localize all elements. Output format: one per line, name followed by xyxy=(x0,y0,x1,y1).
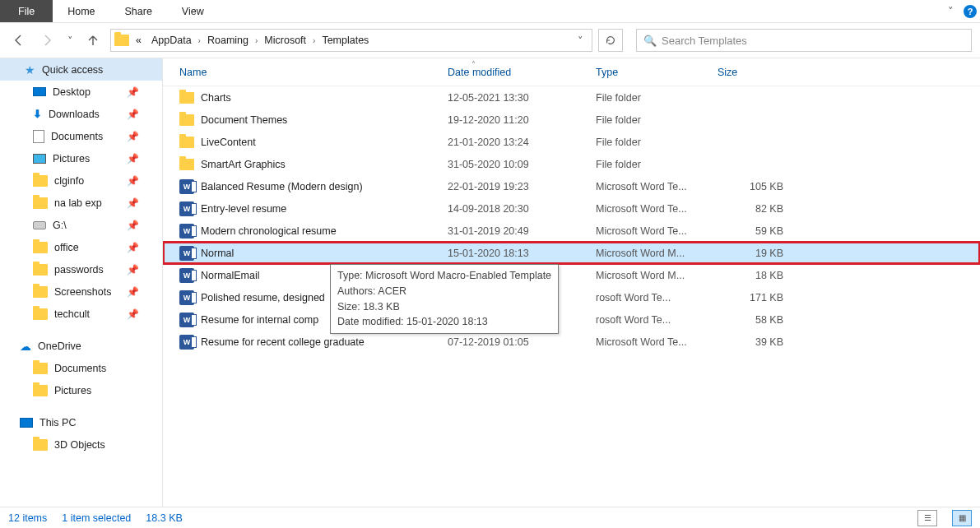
drive-icon xyxy=(33,221,46,229)
file-type: Microsoft Word Te... xyxy=(596,336,718,348)
sidebar-onedrive[interactable]: ☁ OneDrive xyxy=(0,335,162,357)
breadcrumb-microsoft[interactable]: Microsoft xyxy=(261,35,309,46)
file-size: 18 KB xyxy=(718,270,792,281)
up-button[interactable] xyxy=(82,30,104,51)
folder-icon xyxy=(33,385,48,396)
file-type: File folder xyxy=(596,92,718,104)
sidebar-item[interactable]: Documents📌 xyxy=(0,125,162,147)
file-row[interactable]: SmartArt Graphics31-05-2020 10:09File fo… xyxy=(163,153,980,175)
pin-icon[interactable]: 📌 xyxy=(127,286,139,298)
file-type: Microsoft Word M... xyxy=(596,248,718,259)
tab-view[interactable]: View xyxy=(167,0,219,22)
sidebar-item[interactable]: G:\📌 xyxy=(0,214,162,236)
sidebar-quick-access[interactable]: ★ Quick access xyxy=(0,58,162,81)
pin-icon[interactable]: 📌 xyxy=(127,131,139,142)
file-row[interactable]: LiveContent21-01-2020 13:24File folder xyxy=(163,131,980,153)
file-row[interactable]: WEntry-level resume14-09-2018 20:30Micro… xyxy=(163,197,980,220)
pin-icon[interactable]: 📌 xyxy=(127,86,139,98)
tab-home[interactable]: Home xyxy=(53,0,109,22)
back-button[interactable] xyxy=(8,30,30,51)
tooltip-line: Authors: ACER xyxy=(337,284,551,299)
recent-dropdown[interactable]: ˅ xyxy=(64,30,76,51)
file-row[interactable]: WNormal15-01-2020 18:13Microsoft Word M.… xyxy=(163,242,980,264)
sidebar[interactable]: ★ Quick access Desktop📌⬇Downloads📌Docume… xyxy=(0,58,163,507)
sidebar-item[interactable]: clginfo📌 xyxy=(0,169,162,192)
word-icon: W xyxy=(179,290,194,305)
pin-icon[interactable]: 📌 xyxy=(127,220,139,231)
folder-icon xyxy=(33,286,48,298)
file-row[interactable]: Charts12-05-2021 13:30File folder xyxy=(163,86,980,109)
sidebar-label: G:\ xyxy=(53,220,67,231)
sidebar-onedrive-documents[interactable]: Documents xyxy=(0,357,162,379)
desktop-icon xyxy=(33,87,46,96)
column-name[interactable]: Name xyxy=(179,67,448,78)
file-row[interactable]: WModern chronological resume31-01-2019 2… xyxy=(163,220,980,242)
breadcrumb-appdata[interactable]: AppData xyxy=(148,35,195,46)
file-row[interactable]: Document Themes19-12-2020 11:20File fold… xyxy=(163,109,980,131)
tab-share[interactable]: Share xyxy=(110,0,167,22)
breadcrumb-roaming[interactable]: Roaming xyxy=(204,35,252,46)
file-type: File folder xyxy=(596,159,718,170)
column-date[interactable]: Date modified xyxy=(448,67,596,78)
view-large-icons-button[interactable]: ▦ xyxy=(952,510,972,526)
sidebar-this-pc[interactable]: This PC xyxy=(0,411,162,433)
sidebar-item[interactable]: passwords📌 xyxy=(0,258,162,280)
folder-icon xyxy=(33,264,48,276)
column-type[interactable]: Type xyxy=(596,67,718,78)
file-size: 59 KB xyxy=(718,225,792,237)
file-type: Microsoft Word Te... xyxy=(596,181,718,192)
pin-icon[interactable]: 📌 xyxy=(127,264,139,276)
file-name: LiveContent xyxy=(201,137,448,148)
help-icon[interactable]: ? xyxy=(960,0,980,22)
file-row[interactable]: WResume for internal comprosoft Word Te.… xyxy=(163,308,980,331)
search-input[interactable] xyxy=(662,35,964,47)
breadcrumb-overflow[interactable]: « xyxy=(132,35,145,46)
column-size[interactable]: Size xyxy=(718,67,792,78)
sidebar-label: Documents xyxy=(54,363,106,374)
forward-button[interactable] xyxy=(36,30,58,51)
search-box[interactable]: 🔍 xyxy=(636,29,972,52)
file-row[interactable]: WNormalEmail24-10-2021 19:22Microsoft Wo… xyxy=(163,264,980,286)
sidebar-item[interactable]: Desktop📌 xyxy=(0,81,162,103)
sidebar-item[interactable]: Pictures📌 xyxy=(0,147,162,169)
view-details-button[interactable]: ☰ xyxy=(917,510,937,526)
pin-icon[interactable]: 📌 xyxy=(127,153,139,164)
chevron-right-icon: › xyxy=(313,36,315,45)
sidebar-item[interactable]: techcult📌 xyxy=(0,303,162,325)
sidebar-item[interactable]: Screenshots📌 xyxy=(0,280,162,303)
breadcrumb-templates[interactable]: Templates xyxy=(318,35,372,46)
sidebar-item[interactable]: ⬇Downloads📌 xyxy=(0,103,162,125)
tooltip-line: Size: 18.3 KB xyxy=(337,299,551,315)
ribbon-collapse-chevron[interactable]: ˅ xyxy=(941,0,960,22)
column-headers[interactable]: ˄ Name Date modified Type Size xyxy=(163,58,980,86)
breadcrumb[interactable]: « AppData › Roaming › Microsoft › Templa… xyxy=(110,29,592,52)
file-date: 21-01-2020 13:24 xyxy=(448,137,596,148)
file-type: rosoft Word Te... xyxy=(596,314,718,326)
sidebar-onedrive-pictures[interactable]: Pictures xyxy=(0,379,162,401)
file-date: 31-05-2020 10:09 xyxy=(448,159,596,170)
status-bar: 12 items 1 item selected 18.3 KB ☰ ▦ xyxy=(0,507,980,528)
folder-icon xyxy=(33,439,48,451)
sidebar-item[interactable]: office📌 xyxy=(0,236,162,258)
file-row[interactable]: WBalanced Resume (Modern design)22-01-20… xyxy=(163,175,980,197)
pictures-icon xyxy=(33,154,46,164)
file-row[interactable]: WPolished resume, designedrosoft Word Te… xyxy=(163,286,980,308)
pin-icon[interactable]: 📌 xyxy=(127,308,139,320)
pin-icon[interactable]: 📌 xyxy=(127,197,139,209)
pin-icon[interactable]: 📌 xyxy=(127,242,139,253)
file-date: 15-01-2020 18:13 xyxy=(448,248,596,259)
pin-icon[interactable]: 📌 xyxy=(127,175,139,187)
refresh-button[interactable] xyxy=(598,29,623,52)
folder-icon xyxy=(33,175,48,187)
sidebar-3d-objects[interactable]: 3D Objects xyxy=(0,433,162,456)
sidebar-label: clginfo xyxy=(54,175,84,187)
tab-file[interactable]: File xyxy=(0,0,53,22)
file-type: Microsoft Word M... xyxy=(596,270,718,281)
file-row[interactable]: WResume for recent college graduate07-12… xyxy=(163,331,980,353)
pin-icon[interactable]: 📌 xyxy=(127,109,139,120)
breadcrumb-folder-icon xyxy=(114,35,129,46)
sidebar-item[interactable]: na lab exp📌 xyxy=(0,192,162,214)
file-rows[interactable]: Charts12-05-2021 13:30File folderDocumen… xyxy=(163,86,980,507)
folder-icon xyxy=(33,363,48,374)
breadcrumb-dropdown[interactable]: ˅ xyxy=(572,35,588,47)
